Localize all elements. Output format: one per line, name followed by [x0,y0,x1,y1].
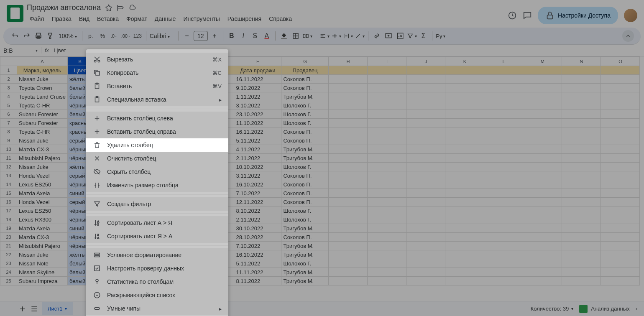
cell[interactable]: 4.11.2022 [234,145,281,154]
cell[interactable]: Honda Vezel [17,198,68,206]
cell[interactable] [484,268,523,277]
cell[interactable] [329,268,368,277]
cell[interactable] [329,145,368,154]
context-menu-item[interactable]: Статистика по столбцам [86,275,228,288]
cell[interactable]: Соколов П. [281,198,329,206]
cell[interactable]: Тригубов М. [281,154,329,163]
row-head-12[interactable]: 12 [0,163,17,171]
cell[interactable] [368,110,406,119]
cell[interactable] [445,145,484,154]
row-head-19[interactable]: 19 [0,224,17,233]
cell[interactable] [484,198,523,206]
cell[interactable] [484,215,523,224]
cell[interactable] [562,268,601,277]
cell[interactable] [445,233,484,242]
cell[interactable] [484,189,523,198]
cell[interactable]: Toyota Land Cruise [17,92,68,101]
row-head-10[interactable]: 10 [0,145,17,154]
cell[interactable] [329,66,368,75]
merge-button[interactable] [302,31,312,41]
cell[interactable]: Шолохов Г. [281,259,329,268]
col-header-M[interactable]: M [523,57,562,66]
cell[interactable] [562,233,601,242]
cell[interactable]: Nissan Juke [17,75,68,84]
cell[interactable] [601,277,640,285]
cell[interactable] [368,198,406,206]
cell[interactable] [368,224,406,233]
row-head-8[interactable]: 8 [0,127,17,136]
cell[interactable] [484,233,523,242]
cell[interactable] [601,171,640,180]
cell[interactable]: Соколов П. [281,180,329,189]
menu-Файл[interactable]: Файл [27,14,47,24]
cell[interactable] [406,277,445,285]
cell[interactable] [484,224,523,233]
cell[interactable] [329,84,368,92]
menu-Данные[interactable]: Данные [152,14,179,24]
row-head-25[interactable]: 25 [0,277,17,285]
context-menu-item[interactable]: Настроить проверку данных [86,262,228,275]
cell[interactable] [368,66,406,75]
cell[interactable] [368,75,406,84]
cell[interactable] [562,145,601,154]
cell[interactable] [406,206,445,215]
cell[interactable] [445,215,484,224]
cell[interactable] [484,277,523,285]
cell[interactable] [484,75,523,84]
cell[interactable] [523,92,562,101]
cell[interactable] [523,101,562,110]
valign-button[interactable] [331,31,341,41]
row-head-20[interactable]: 20 [0,233,17,242]
cell[interactable] [562,101,601,110]
percent-button[interactable]: % [97,31,107,41]
functions-button[interactable]: Σ [419,31,429,41]
cell[interactable] [329,127,368,136]
row-head-22[interactable]: 22 [0,250,17,259]
avatar[interactable] [624,9,637,22]
cell[interactable] [368,92,406,101]
cell[interactable] [368,215,406,224]
cell[interactable] [445,242,484,250]
row-head-7[interactable]: 7 [0,119,17,127]
cell[interactable] [562,250,601,259]
row-head-16[interactable]: 16 [0,198,17,206]
cell[interactable] [368,171,406,180]
cell[interactable] [484,180,523,189]
cell[interactable] [445,268,484,277]
cell[interactable] [368,136,406,145]
context-menu-item[interactable]: Вставить⌘V [86,79,228,93]
cell[interactable]: Nissan Skyline [17,268,68,277]
cell[interactable]: Тригубов М. [281,250,329,259]
cell[interactable] [368,206,406,215]
cell[interactable] [406,180,445,189]
context-menu-item[interactable]: Удалить столбец [86,138,228,152]
cell[interactable]: Соколов П. [281,171,329,180]
cell[interactable]: 3.10.2022 [234,101,281,110]
cell[interactable] [562,277,601,285]
cell[interactable] [601,180,640,189]
move-icon[interactable] [117,4,124,12]
doc-title[interactable]: Продажи автосалона [27,3,101,12]
cell[interactable] [329,215,368,224]
col-header-H[interactable]: H [329,57,368,66]
cell[interactable] [368,101,406,110]
filter-button[interactable] [407,31,417,41]
cell[interactable] [562,119,601,127]
cell[interactable]: Mazda Axela [17,189,68,198]
print-button[interactable] [33,31,43,41]
cell[interactable]: 2.11.2022 [234,154,281,163]
cell[interactable] [601,84,640,92]
cell[interactable]: Соколов П. [281,75,329,84]
cell[interactable] [329,136,368,145]
cell[interactable] [406,233,445,242]
cell[interactable] [445,110,484,119]
cell[interactable] [523,145,562,154]
fill-color-button[interactable] [279,31,289,41]
cell[interactable] [601,92,640,101]
cell[interactable]: Lexus RX300 [17,215,68,224]
cell[interactable] [368,233,406,242]
cell[interactable] [406,154,445,163]
cell[interactable]: Mitsubishi Pajero [17,154,68,163]
context-menu-item[interactable]: Очистить столбец [86,152,228,165]
cell[interactable]: 5.11.2022 [234,136,281,145]
